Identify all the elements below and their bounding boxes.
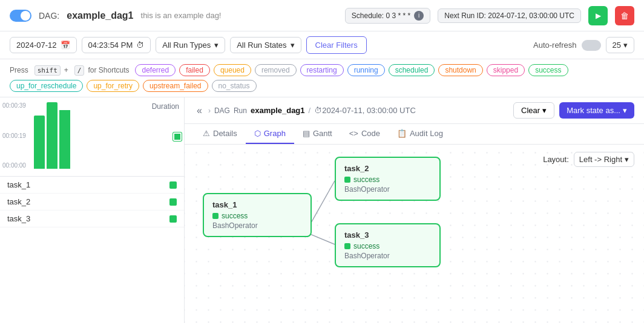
clear-chevron: ▾ — [542, 106, 547, 115]
task-row-1[interactable]: task_1 — [0, 177, 184, 194]
breadcrumb-actions: Clear ▾ Mark state as... ▾ — [513, 102, 634, 119]
run-states-chevron: ▾ — [291, 41, 295, 50]
run-types-label: All Run Types — [162, 41, 211, 50]
schedule-label: Schedule: 0 3 * * * — [352, 11, 410, 20]
right-panel: « › DAG Run example_dag1 / ⏱2024-07-11, … — [185, 97, 644, 323]
slash-key: / — [74, 65, 85, 76]
plus-label: + — [64, 66, 68, 74]
tag-shutdown[interactable]: shutdown — [438, 64, 482, 76]
layout-select[interactable]: Left -> Right ▾ — [574, 152, 634, 167]
bar-1[interactable] — [34, 116, 45, 169]
mark-state-label: Mark state as... — [567, 106, 620, 115]
tag-failed[interactable]: failed — [179, 64, 210, 76]
tag-success[interactable]: success — [528, 64, 568, 76]
code-label: Code — [361, 129, 380, 138]
main-content: Duration 00:00:39 00:00:19 00:00:00 task… — [0, 97, 644, 323]
tab-details[interactable]: ⚠ Details — [194, 124, 246, 144]
graph-label: Graph — [264, 129, 286, 138]
mark-state-button[interactable]: Mark state as... ▾ — [559, 102, 634, 119]
tab-gantt[interactable]: ▤ Gantt — [294, 124, 341, 144]
chevron-right-icon: › — [208, 106, 211, 115]
dag-label: DAG: — [39, 11, 59, 21]
dag-toggle[interactable] — [10, 10, 31, 22]
delete-button[interactable]: 🗑 — [615, 6, 634, 25]
run-states-select[interactable]: All Run States ▾ — [230, 37, 301, 53]
breadcrumb-dag-name: example_dag1 — [251, 106, 305, 115]
date-input[interactable]: 2024-07-12 📅 — [10, 37, 77, 53]
task-row-3[interactable]: task_3 — [0, 210, 184, 227]
tab-audit-log[interactable]: 📋 Audit Log — [389, 124, 452, 144]
code-icon: <> — [349, 129, 358, 138]
task-1-name: task_1 — [7, 180, 30, 189]
calendar-icon: 📅 — [61, 41, 70, 50]
auto-refresh-label: Auto-refresh — [533, 41, 577, 50]
task-node-2[interactable]: task_2 success BashOperator — [335, 157, 441, 201]
bar-2[interactable] — [47, 102, 58, 169]
time-value: 04:23:54 PM — [88, 41, 133, 50]
graph-area: Layout: Left -> Right ▾ task_1 success — [185, 145, 644, 323]
bar-3[interactable] — [59, 110, 70, 169]
task-1-status-dot[interactable] — [169, 181, 177, 189]
task-2-status-dot — [344, 177, 350, 183]
task-2-status: success — [344, 175, 431, 184]
clear-button[interactable]: Clear ▾ — [513, 102, 554, 119]
tag-deferred[interactable]: deferred — [135, 64, 176, 76]
y-label-mid: 00:00:19 — [2, 132, 26, 139]
tag-restarting[interactable]: restarting — [300, 64, 344, 76]
breadcrumb: « › DAG Run example_dag1 / ⏱2024-07-11, … — [185, 97, 644, 124]
task-3-status: success — [344, 242, 431, 250]
tabs: ⚠ Details ⬡ Graph ▤ Gantt <> Code 📋 Audi… — [185, 124, 644, 145]
tag-skipped[interactable]: skipped — [487, 64, 525, 76]
breadcrumb-separator: / — [309, 106, 311, 115]
play-button[interactable]: ▶ — [588, 6, 608, 25]
press-label: Press — [10, 66, 28, 74]
task-3-status-label: success — [353, 242, 380, 250]
bar-chart — [34, 102, 179, 169]
breadcrumb-run-label: Run — [234, 106, 247, 115]
tag-upstream-failed[interactable]: upstream_failed — [143, 80, 208, 92]
tag-no-status[interactable]: no_status — [212, 80, 257, 92]
auto-refresh-toggle[interactable] — [582, 40, 601, 51]
task-2-operator: BashOperator — [344, 185, 431, 194]
header: DAG: example_dag1 this is an example dag… — [0, 0, 644, 31]
clear-filters-button[interactable]: Clear Filters — [306, 36, 367, 54]
refresh-count[interactable]: 25 ▾ — [606, 37, 634, 53]
run-types-chevron: ▾ — [214, 41, 218, 50]
task-list: task_1 task_2 task_3 — [0, 176, 184, 227]
tag-running[interactable]: running — [347, 64, 385, 76]
shift-key: shift — [34, 65, 61, 76]
task-2-status-dot[interactable] — [169, 198, 177, 206]
time-input[interactable]: 04:23:54 PM ⏱ — [82, 37, 151, 53]
task-node-3[interactable]: task_3 success BashOperator — [335, 223, 441, 267]
refresh-count-chevron: ▾ — [623, 41, 628, 50]
run-types-select[interactable]: All Run Types ▾ — [156, 37, 225, 53]
next-run-label: Next Run ID: 2024-07-12, 03:00:00 UTC — [444, 11, 574, 20]
mark-state-chevron: ▾ — [623, 106, 627, 115]
schedule-info-icon[interactable]: i — [414, 11, 424, 21]
y-label-top: 00:00:39 — [2, 102, 26, 109]
tag-up-retry[interactable]: up_for_retry — [87, 80, 139, 92]
left-panel: Duration 00:00:39 00:00:19 00:00:00 task… — [0, 97, 185, 323]
dag-desc: this is an example dag! — [141, 11, 222, 20]
task-3-status-dot[interactable] — [169, 215, 177, 223]
clock-icon: ⏱ — [136, 41, 144, 50]
tab-graph[interactable]: ⬡ Graph — [246, 124, 294, 144]
layout-label: Layout: — [543, 155, 569, 164]
tag-queued[interactable]: queued — [214, 64, 251, 76]
task-row-2[interactable]: task_2 — [0, 194, 184, 210]
audit-log-icon: 📋 — [397, 129, 407, 138]
task-1-status: success — [212, 212, 302, 220]
collapse-button[interactable]: « — [194, 105, 205, 116]
tag-up-reschedule[interactable]: up_for_reschedule — [10, 80, 83, 92]
status-bar: Press shift + / for Shortcuts deferred f… — [0, 59, 644, 97]
details-label: Details — [213, 129, 237, 138]
tag-scheduled[interactable]: scheduled — [389, 64, 435, 76]
tag-removed[interactable]: removed — [255, 64, 297, 76]
layout-control: Layout: Left -> Right ▾ — [543, 152, 634, 167]
for-shortcuts-label: for Shortcuts — [88, 66, 129, 74]
task-node-1[interactable]: task_1 success BashOperator — [203, 193, 312, 237]
toolbar: 2024-07-12 📅 04:23:54 PM ⏱ All Run Types… — [0, 31, 644, 59]
breadcrumb-run-time: ⏱2024-07-11, 03:00:00 UTC — [314, 106, 416, 115]
task-3-status-dot — [344, 243, 350, 249]
tab-code[interactable]: <> Code — [341, 124, 389, 144]
